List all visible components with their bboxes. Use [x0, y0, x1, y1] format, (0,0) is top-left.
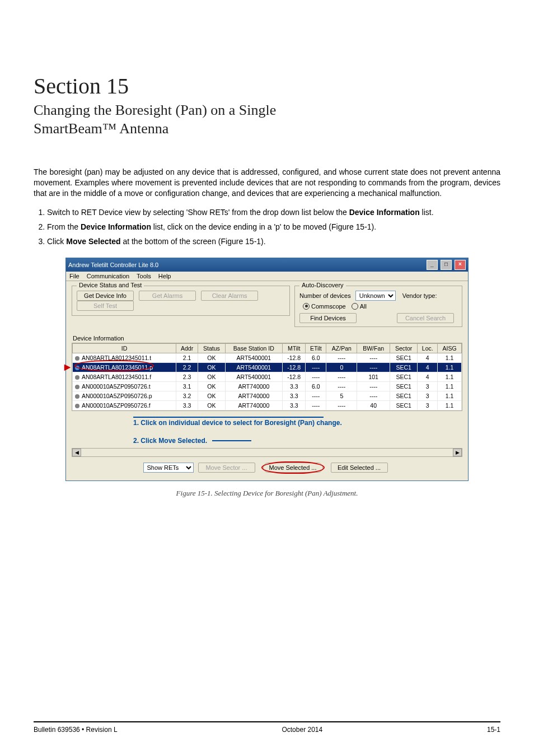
get-alarms-button[interactable]: Get Alarms	[139, 291, 196, 301]
cell: SEC1	[390, 400, 418, 410]
cell: ----	[326, 381, 357, 391]
cell: ----	[357, 391, 390, 400]
cell: -12.8	[283, 353, 306, 362]
group-auto-discovery: Auto-Discovery Number of devices Unknown…	[294, 286, 462, 327]
cell: OK	[198, 362, 225, 372]
footer-center: October 2014	[282, 726, 322, 734]
menu-help[interactable]: Help	[158, 273, 171, 279]
status-bullet-icon	[75, 404, 79, 408]
status-bullet-icon	[75, 394, 79, 399]
cell: OK	[198, 353, 225, 362]
num-devices-select[interactable]: Unknown	[355, 291, 396, 301]
device-grid[interactable]: ▶ ID Addr Status Base Station ID MTilt E…	[72, 343, 462, 411]
edit-selected-button[interactable]: Edit Selected ...	[331, 463, 388, 473]
table-row[interactable]: AN000010A5ZP0950726.t3.1OKART7400003.36.…	[73, 381, 462, 391]
cell: 4	[418, 362, 438, 372]
step-1: Switch to RET Device view by selecting '…	[47, 207, 500, 218]
move-sector-button[interactable]: Move Sector ...	[198, 463, 255, 473]
status-bullet-icon	[75, 385, 79, 389]
col-status[interactable]: Status	[198, 343, 225, 353]
cell: SEC1	[390, 353, 418, 362]
menu-file[interactable]: File	[69, 273, 79, 279]
cell: 4	[418, 372, 438, 381]
cell: ART740000	[225, 391, 282, 400]
clear-alarms-button[interactable]: Clear Alarms	[201, 291, 258, 301]
vendor-all-radio[interactable]: All	[352, 303, 367, 310]
cell: 1.1	[438, 400, 462, 410]
cell: ----	[357, 381, 390, 391]
col-id[interactable]: ID	[73, 343, 176, 353]
num-devices-label: Number of devices	[299, 292, 351, 299]
move-selected-button[interactable]: Move Selected ...	[263, 463, 323, 473]
col-sector[interactable]: Sector	[390, 343, 418, 353]
cell: AN000010A5ZP0950726.p	[73, 391, 176, 400]
cell: OK	[198, 381, 225, 391]
cell: -12.8	[283, 372, 306, 381]
col-mtilt[interactable]: MTilt	[283, 343, 306, 353]
status-bullet-icon	[75, 375, 79, 380]
cell: AN08ARTLA8012345011.p	[73, 362, 176, 372]
cell: 3	[418, 381, 438, 391]
cell: ----	[326, 372, 357, 381]
col-addr[interactable]: Addr	[176, 343, 198, 353]
minimize-icon[interactable]: _	[427, 260, 438, 270]
menubar[interactable]: File Communication Tools Help	[66, 272, 468, 281]
cell: 6.0	[306, 353, 326, 362]
table-row[interactable]: AN08ARTLA8012345011.t2.1OKART5400001-12.…	[73, 353, 462, 362]
vendor-commscope-radio[interactable]: Commscope	[303, 303, 346, 310]
cell: ART740000	[225, 381, 282, 391]
steps-list: Switch to RET Device view by selecting '…	[34, 207, 500, 248]
table-row[interactable]: AN08ARTLA8012345011.f2.3OKART5400001-12.…	[73, 372, 462, 381]
titlebar[interactable]: Andrew Teletilt Controller Lite 8.0 _ □ …	[66, 258, 468, 272]
cell: OK	[198, 400, 225, 410]
cell: 4	[418, 353, 438, 362]
cell: 101	[357, 372, 390, 381]
horizontal-scrollbar[interactable]: ◀ ▶	[72, 448, 462, 457]
col-loc[interactable]: Loc.	[418, 343, 438, 353]
cell: 1.1	[438, 362, 462, 372]
scroll-left-icon[interactable]: ◀	[72, 449, 81, 456]
cell: SEC1	[390, 362, 418, 372]
col-bwfan[interactable]: BW/Fan	[357, 343, 390, 353]
cell: SEC1	[390, 381, 418, 391]
cell: 2.3	[176, 372, 198, 381]
scroll-right-icon[interactable]: ▶	[453, 449, 462, 456]
cell: ----	[326, 400, 357, 410]
cell: 3.2	[176, 391, 198, 400]
cell: -12.8	[283, 362, 306, 372]
cell: AN000010A5ZP0950726.f	[73, 400, 176, 410]
selection-arrow-icon: ▶	[64, 362, 71, 371]
menu-communication[interactable]: Communication	[87, 273, 129, 279]
maximize-icon[interactable]: □	[441, 260, 452, 270]
col-azpan[interactable]: AZ/Pan	[326, 343, 357, 353]
cell: ART5400001	[225, 353, 282, 362]
step-3: Click Move Selected at the bottom of the…	[47, 236, 500, 247]
device-information-label: Device Information	[73, 335, 462, 342]
figure-caption: Figure 15-1. Selecting Device for Boresi…	[65, 489, 469, 498]
col-aisg[interactable]: AISG	[438, 343, 462, 353]
menu-tools[interactable]: Tools	[137, 273, 151, 279]
cell: 3.3	[176, 400, 198, 410]
cell: OK	[198, 372, 225, 381]
col-etilt[interactable]: ETilt	[306, 343, 326, 353]
cell: 3.3	[283, 381, 306, 391]
cell: AN08ARTLA8012345011.t	[73, 353, 176, 362]
cell: ----	[306, 362, 326, 372]
find-devices-button[interactable]: Find Devices	[299, 313, 357, 323]
cell: ----	[306, 391, 326, 400]
table-row[interactable]: AN000010A5ZP0950726.p3.2OKART7400003.3--…	[73, 391, 462, 400]
cancel-search-button[interactable]: Cancel Search	[397, 313, 454, 323]
show-rets-select[interactable]: Show RETs	[143, 463, 194, 473]
window-title: Andrew Teletilt Controller Lite 8.0	[68, 262, 158, 268]
section-number: Section 15	[34, 73, 500, 99]
table-row[interactable]: AN000010A5ZP0950726.f3.3OKART7400003.3--…	[73, 400, 462, 410]
self-test-button[interactable]: Self Test	[77, 301, 134, 311]
cell: AN08ARTLA8012345011.f	[73, 372, 176, 381]
close-icon[interactable]: ×	[455, 260, 466, 270]
get-device-info-button[interactable]: Get Device Info	[77, 291, 134, 301]
cell: 1.1	[438, 381, 462, 391]
table-row[interactable]: AN08ARTLA8012345011.p2.2OKART5400001-12.…	[73, 362, 462, 372]
section-title: Changing the Boresight (Pan) on a Single…	[34, 101, 500, 138]
col-bsid[interactable]: Base Station ID	[225, 343, 282, 353]
cell: ART5400001	[225, 362, 282, 372]
